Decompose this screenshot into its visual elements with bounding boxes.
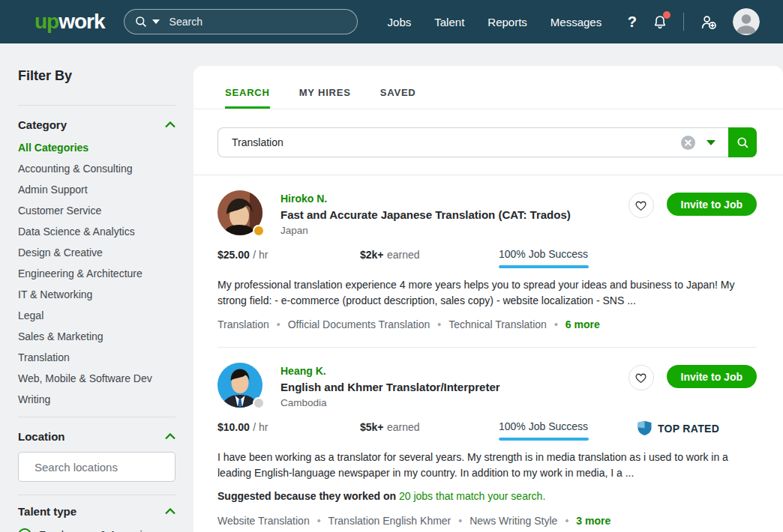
skill-tag[interactable]: Official Documents Translation — [269, 318, 430, 330]
suggested-line: Suggested because they worked on 20 jobs… — [218, 490, 757, 502]
user-avatar[interactable] — [733, 8, 760, 35]
nav-link[interactable]: Messages — [550, 16, 602, 28]
skill-tag[interactable]: Translation — [218, 318, 269, 330]
notification-badge — [663, 11, 670, 19]
category-item[interactable]: IT & Networking — [18, 284, 176, 305]
more-skills-link[interactable]: 6 more — [547, 318, 600, 330]
save-freelancer-button[interactable] — [628, 193, 654, 218]
invite-to-job-button[interactable]: Invite to Job — [667, 365, 757, 388]
search-options-caret-icon[interactable] — [706, 140, 716, 145]
navbar-icons: ? — [628, 8, 760, 35]
nav-link[interactable]: Jobs — [388, 16, 412, 28]
category-item[interactable]: Engineering & Architecture — [18, 263, 176, 284]
location-search-input[interactable] — [34, 461, 184, 474]
top-navbar: upwork Search JobsTalentReportsMessages … — [0, 0, 783, 43]
job-success-label: 100% Job Success — [499, 420, 638, 432]
category-item[interactable]: Web, Mobile & Software Dev — [18, 368, 176, 389]
tab-search[interactable]: SEARCH — [225, 87, 270, 109]
hourly-rate: $10.00 / hr — [218, 420, 360, 434]
status-dot-offline — [253, 397, 265, 409]
skill-tag[interactable]: Website Translation — [218, 515, 310, 527]
freelancer-location: Cambodia — [280, 397, 500, 408]
talent-type-option[interactable]: Freelancers & Agencies — [18, 528, 176, 532]
invite-user-icon[interactable] — [700, 13, 717, 31]
chevron-up-icon — [165, 508, 176, 515]
search-submit-button[interactable] — [728, 127, 757, 157]
location-search-box — [18, 452, 176, 482]
category-item[interactable]: Legal — [18, 305, 176, 326]
help-icon[interactable]: ? — [628, 13, 637, 31]
freelancer-description: My professional translation experience 4… — [218, 277, 757, 309]
search-scope-caret-icon[interactable] — [152, 19, 160, 24]
rate-value: $25.00 — [218, 249, 250, 261]
skill-tag[interactable]: News Writing Style — [451, 515, 557, 527]
invite-to-job-button[interactable]: Invite to Job — [667, 193, 757, 216]
total-earned: $2k+ earned — [360, 248, 499, 262]
category-item[interactable]: Translation — [18, 347, 176, 368]
category-item[interactable]: Admin Support — [18, 179, 176, 200]
rate-value: $10.00 — [218, 421, 250, 433]
global-search-bar[interactable]: Search — [124, 9, 358, 34]
search-icon — [135, 16, 147, 28]
total-earned: $5k+ earned — [360, 420, 499, 434]
sidebar-divider — [18, 495, 176, 495]
clear-icon — [681, 136, 695, 150]
clear-search-button[interactable] — [681, 136, 695, 150]
talent-type-section-header[interactable]: Talent type — [18, 505, 176, 518]
talent-search-input[interactable] — [232, 136, 670, 148]
category-title: Category — [18, 118, 67, 131]
heart-icon — [634, 199, 647, 211]
freelancer-card: Heang K. English and Khmer Translator/In… — [194, 348, 783, 527]
earned-label: earned — [387, 421, 420, 433]
skill-tag[interactable]: Technical Translation — [430, 318, 547, 330]
job-success-bar — [499, 438, 589, 441]
category-list: All Categories Accounting & ConsultingAd… — [18, 137, 176, 410]
tab-saved[interactable]: SAVED — [380, 87, 416, 109]
category-item[interactable]: Sales & Marketing — [18, 326, 176, 347]
freelancer-card: Hiroko N. Fast and Accurate Japanese Tra… — [194, 175, 783, 348]
category-section-header[interactable]: Category — [18, 118, 176, 131]
suggested-jobs-link[interactable]: 20 jobs that match your search. — [399, 490, 545, 502]
global-search-placeholder: Search — [170, 16, 202, 28]
category-item[interactable]: Writing — [18, 389, 176, 410]
category-item[interactable]: Accounting & Consulting — [18, 158, 176, 179]
hourly-rate: $25.00 / hr — [218, 248, 360, 262]
results-tabs: SEARCH MY HIRES SAVED — [194, 66, 783, 109]
category-item[interactable]: Design & Creative — [18, 242, 176, 263]
avatar-icon — [733, 8, 760, 35]
navbar-divider — [683, 13, 684, 31]
talent-search-row — [218, 127, 757, 157]
freelancer-name[interactable]: Heang K. — [280, 365, 500, 377]
skill-tags: TranslationOfficial Documents Translatio… — [218, 318, 757, 330]
category-item[interactable]: Data Science & Analytics — [18, 221, 176, 242]
talent-type-option-label: Freelancers & Agencies — [39, 529, 154, 532]
nav-link[interactable]: Reports — [488, 16, 527, 28]
freelancer-description: I have been working as a translator for … — [218, 450, 757, 481]
freelancer-title[interactable]: English and Khmer Translator/Interpreter — [280, 381, 500, 393]
category-item-active[interactable]: All Categories — [18, 137, 176, 158]
logo-work: work — [58, 10, 104, 33]
talent-type-title: Talent type — [18, 505, 76, 518]
nav-link[interactable]: Talent — [434, 16, 464, 28]
tab-my-hires[interactable]: MY HIRES — [299, 87, 351, 109]
freelancer-avatar[interactable] — [218, 363, 262, 408]
save-freelancer-button[interactable] — [628, 365, 654, 390]
earned-value: $5k+ — [360, 421, 384, 433]
skill-tags: Website TranslationTranslation English K… — [218, 515, 757, 527]
rate-unit: / hr — [253, 421, 268, 433]
location-section-header[interactable]: Location — [18, 430, 176, 443]
more-skills-link[interactable]: 3 more — [557, 515, 610, 527]
upwork-logo[interactable]: upwork — [34, 10, 105, 34]
logo-up: up — [34, 10, 58, 33]
sidebar-divider — [18, 105, 176, 106]
freelancer-title[interactable]: Fast and Accurate Japanese Translation (… — [280, 208, 571, 221]
freelancer-name[interactable]: Hiroko N. — [280, 193, 571, 205]
top-rated-label: TOP RATED — [658, 423, 719, 435]
results-panel: SEARCH MY HIRES SAVED — [194, 66, 783, 532]
category-item[interactable]: Customer Service — [18, 200, 176, 221]
skill-tag[interactable]: Translation English Khmer — [310, 515, 452, 527]
freelancer-avatar[interactable] — [218, 190, 262, 235]
top-rated-shield-icon — [638, 420, 652, 436]
chevron-up-icon — [165, 433, 176, 440]
notifications-button[interactable] — [652, 13, 668, 30]
